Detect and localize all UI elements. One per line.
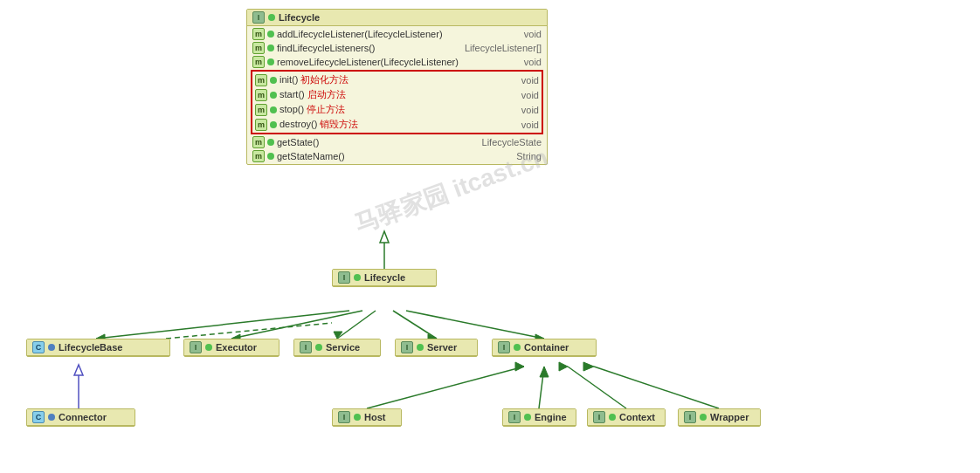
svg-marker-22: [583, 362, 594, 371]
return-type: void: [514, 90, 539, 100]
lifecyclebase-box: C LifecycleBase: [26, 339, 170, 357]
svg-line-11: [406, 311, 544, 339]
method-row-2: m findLifecycleListeners() LifecycleList…: [251, 41, 543, 55]
connector-title: Connector: [59, 412, 107, 422]
method-icon: m: [255, 74, 267, 86]
connector-header: C Connector: [27, 409, 135, 426]
executor-title: Executor: [216, 342, 257, 353]
server-title: Server: [427, 342, 457, 353]
dot-icon: [315, 344, 322, 351]
interface-icon: I: [338, 271, 350, 284]
dot-icon: [417, 344, 424, 351]
svg-marker-8: [334, 332, 342, 339]
service-box: I Service: [293, 339, 381, 357]
dot-icon: [48, 344, 55, 351]
class-icon: C: [32, 341, 45, 353]
executor-box: I Executor: [183, 339, 280, 357]
dot-icon: [609, 414, 616, 421]
server-header: I Server: [396, 339, 477, 356]
method-icon: m: [252, 136, 265, 148]
svg-line-3: [96, 311, 349, 339]
context-title: Context: [619, 412, 655, 422]
return-type: String: [509, 151, 542, 161]
dot-icon: [354, 414, 361, 421]
dot-icon: [205, 344, 212, 351]
wrapper-title: Wrapper: [710, 412, 749, 422]
lifecyclebase-title: LifecycleBase: [59, 342, 122, 353]
dot: [270, 92, 277, 99]
dot-icon: [524, 414, 531, 421]
interface-icon: I: [498, 341, 510, 353]
dot-icon: [48, 414, 55, 421]
lifecycle-top-title: Lifecycle: [279, 12, 320, 23]
method-row-3: m removeLifecycleListener(LifecycleListe…: [251, 55, 543, 69]
return-type: void: [514, 120, 539, 130]
engine-box: I Engine: [502, 408, 576, 427]
dot-icon: [700, 414, 707, 421]
method-row-stop: m stop() 停止方法 void: [253, 102, 541, 117]
interface-icon: I: [190, 341, 202, 353]
diagram-area: I Lifecycle m addLifecycleListener(Lifec…: [0, 0, 980, 473]
method-icon: m: [252, 56, 265, 68]
dot: [270, 77, 277, 84]
host-box: I Host: [332, 408, 402, 427]
interface-icon: I: [684, 411, 696, 423]
method-row-1: m addLifecycleListener(LifecycleListener…: [251, 27, 543, 41]
method-name: getStateName(): [277, 151, 345, 161]
svg-marker-18: [540, 367, 549, 377]
engine-header: I Engine: [503, 409, 576, 426]
executor-header: I Executor: [184, 339, 279, 356]
engine-title: Engine: [535, 412, 567, 422]
method-icon: m: [255, 104, 267, 116]
svg-line-15: [367, 367, 524, 408]
method-name: addLifecycleListener(LifecycleListener): [277, 29, 443, 39]
connector-box: C Connector: [26, 408, 135, 427]
interface-icon: I: [300, 341, 312, 353]
interface-icon: I: [593, 411, 605, 423]
method-row-getstate: m getState() LifecycleState: [251, 135, 543, 149]
method-icon: m: [255, 119, 267, 131]
svg-line-7: [337, 311, 376, 339]
host-title: Host: [364, 412, 385, 422]
dot: [270, 121, 277, 128]
interface-icon: I: [338, 411, 350, 423]
method-name: start() 启动方法: [280, 88, 346, 101]
svg-line-21: [594, 367, 719, 408]
service-header: I Service: [294, 339, 380, 356]
method-icon: m: [252, 42, 265, 54]
method-name: findLifecycleListeners(): [277, 43, 376, 53]
method-name: stop() 停止方法: [280, 103, 345, 116]
svg-line-5: [231, 311, 362, 339]
svg-line-17: [539, 367, 544, 408]
class-icon: C: [32, 411, 45, 423]
return-type: LifecycleListener[]: [458, 43, 542, 53]
container-title: Container: [524, 342, 569, 353]
svg-marker-14: [74, 365, 83, 375]
svg-line-2: [166, 323, 332, 339]
interface-icon: I: [508, 411, 521, 423]
method-row-destroy: m destroy() 销毁方法 void: [253, 117, 541, 132]
service-title: Service: [326, 342, 360, 353]
wrapper-header: I Wrapper: [679, 409, 760, 426]
dot-icon: [268, 14, 275, 21]
lifecycle-top-header: I Lifecycle: [247, 10, 547, 26]
dot: [267, 153, 274, 160]
method-icon: m: [255, 89, 267, 101]
lifecycle-top-box: I Lifecycle m addLifecycleListener(Lifec…: [246, 9, 548, 165]
server-box: I Server: [395, 339, 478, 357]
dot-icon: [514, 344, 521, 351]
dot: [267, 45, 274, 51]
return-type: void: [517, 57, 542, 67]
method-icon: m: [252, 150, 265, 162]
interface-icon: I: [252, 11, 265, 24]
method-name: removeLifecycleListener(LifecycleListene…: [277, 57, 459, 67]
highlighted-methods: m init() 初始化方法 void m start() 启动方法 void …: [251, 70, 543, 134]
return-type: void: [517, 29, 542, 39]
lifecycle-mid-header: I Lifecycle: [333, 270, 436, 286]
method-name: destroy() 销毁方法: [280, 118, 358, 131]
container-header: I Container: [493, 339, 596, 356]
method-row-start: m start() 启动方法 void: [253, 87, 541, 102]
svg-line-9: [393, 311, 437, 339]
lifecycle-top-body: m addLifecycleListener(LifecycleListener…: [247, 26, 547, 164]
svg-marker-16: [515, 362, 524, 371]
